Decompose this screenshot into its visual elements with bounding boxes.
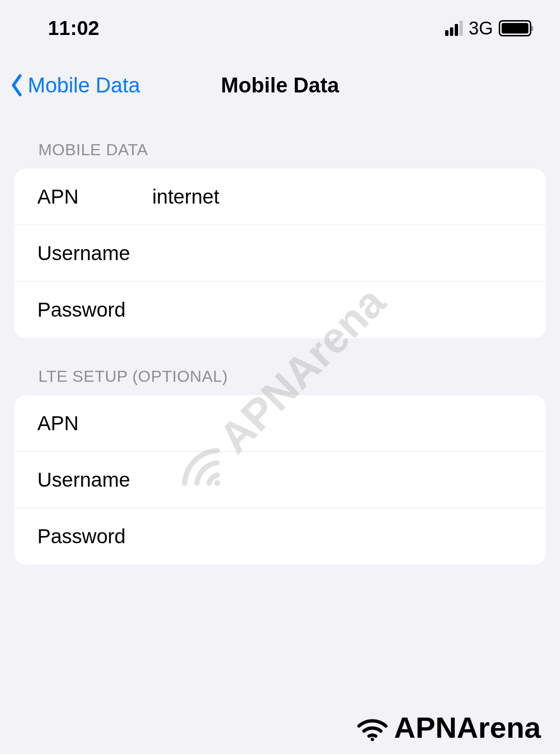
row-lte-password[interactable]: Password	[14, 508, 546, 565]
label-lte-username: Username	[37, 468, 152, 491]
input-lte-apn[interactable]	[152, 412, 523, 435]
input-apn[interactable]	[152, 185, 523, 208]
row-lte-username[interactable]: Username	[14, 452, 546, 508]
status-time: 11:02	[48, 17, 99, 40]
chevron-left-icon	[10, 73, 24, 97]
input-username[interactable]	[152, 242, 523, 265]
status-bar: 11:02 3G	[0, 0, 560, 49]
row-password[interactable]: Password	[14, 282, 546, 338]
label-password: Password	[37, 298, 152, 321]
section-mobile-data: APN Username Password	[14, 169, 546, 338]
label-username: Username	[37, 242, 152, 265]
row-apn[interactable]: APN	[14, 169, 546, 225]
network-type: 3G	[469, 18, 493, 39]
watermark-text-bottom: APNArena	[394, 710, 541, 744]
status-right: 3G	[445, 18, 531, 39]
wifi-icon	[356, 711, 389, 744]
back-button-label: Mobile Data	[28, 73, 140, 97]
label-lte-apn: APN	[37, 412, 152, 435]
section-header-lte-setup: LTE SETUP (OPTIONAL)	[0, 338, 560, 395]
svg-point-1	[371, 738, 374, 741]
back-button[interactable]: Mobile Data	[10, 73, 140, 97]
section-header-mobile-data: MOBILE DATA	[0, 112, 560, 169]
label-lte-password: Password	[37, 525, 152, 548]
input-password[interactable]	[152, 298, 523, 321]
battery-icon	[499, 20, 531, 36]
row-lte-apn[interactable]: APN	[14, 395, 546, 452]
signal-icon	[445, 21, 463, 36]
input-lte-password[interactable]	[152, 525, 523, 548]
label-apn: APN	[37, 185, 152, 208]
page-title: Mobile Data	[221, 73, 339, 97]
row-username[interactable]: Username	[14, 225, 546, 282]
input-lte-username[interactable]	[152, 468, 523, 491]
nav-bar: Mobile Data Mobile Data	[0, 49, 560, 112]
section-lte-setup: APN Username Password	[14, 395, 546, 565]
watermark-bottom: APNArena	[356, 710, 541, 744]
